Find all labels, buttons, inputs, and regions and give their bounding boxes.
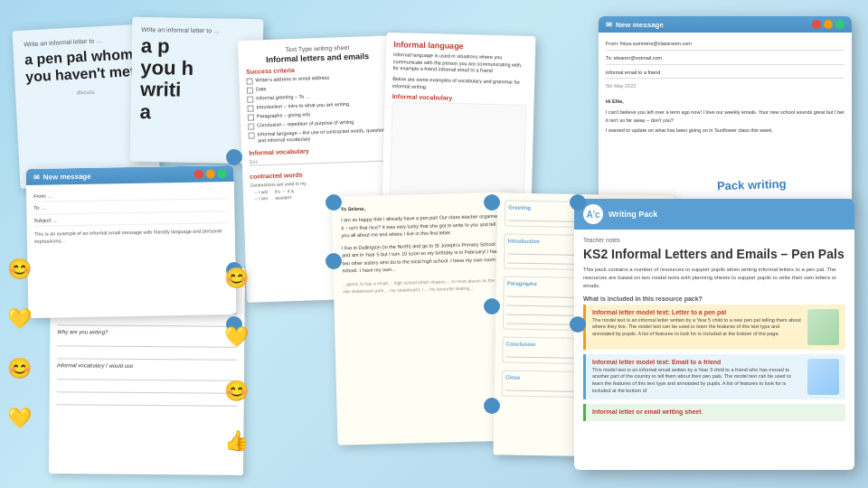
checkbox-6[interactable] [248,124,254,130]
informal-body: Informal language is used in situations … [392,52,528,76]
highlight-1-image [807,309,839,345]
connector-dot-9 [570,194,586,211]
email-greeting: Hi Ellie, [606,98,844,105]
pack-header: A'c Writing Pack [574,199,854,230]
prompt-big-text: a pen pal whom you haven't met. [24,45,145,86]
email-para2: I wanted to update on what has been goin… [606,127,844,134]
connector-dot-4 [326,194,342,211]
vocab-col-head: Que [250,155,393,167]
highlight-2-text: This model text is an informal email wri… [592,367,803,395]
letter-body-2: I live in Dallington (in the North) and … [342,240,505,275]
email-subject: informal email to a friend [606,67,844,80]
minimize-btn[interactable] [824,20,833,29]
informal-sub: Below are some examples of vocabulary an… [392,76,527,93]
pack-section-head: What is included in this resource pack? [583,296,845,302]
email-content: From: freya.summers@classroom.com To: el… [599,33,852,139]
email-from: From: freya.summers@classroom.com [606,38,844,51]
email-center-card: ✉ New message From: … To: … Subject: … T… [26,165,237,318]
connector-dot-1 [226,149,242,165]
email-center-title: ✉ New message [33,172,91,181]
minimize-center-btn[interactable] [206,169,215,178]
connector-dot-6 [484,194,500,211]
criteria-text-6: Conclusion – repetition of purpose of wr… [257,119,354,129]
checkbox-4[interactable] [248,106,254,112]
plan-line-4 [57,350,237,361]
plan-line-3 [57,337,237,348]
letter-body-1: I am so happy that I already have a pen … [341,212,505,239]
plan-q3: Informal vocabulary I would use [57,362,237,370]
pack-description: This pack contains a number of resources… [583,266,845,290]
writing-pack-card: A'c Writing Pack Teacher notes KS2 Infor… [574,199,854,470]
letter-more: ...gland, Is has a small ... high school… [343,277,505,296]
connector-dot-5 [326,253,342,269]
teacher-note: Teacher notes [583,237,845,243]
email-top-card: ✉ New message From: freya.summers@classr… [599,16,852,206]
email-date: 5th May 2022 [606,80,844,94]
criteria-text-3: Informal greeting – To … [256,93,310,101]
prompt-mid-small: Write an informal letter to ... [141,26,254,34]
highlight-2-text-area: Informal letter model text: Email to a f… [592,359,803,395]
highlight-1-inner: Informal letter model text: Letter to a … [592,309,839,345]
maximize-btn[interactable] [835,20,844,29]
vocab-section: Informal vocabulary Que [249,145,393,169]
pack-logo: A'c [583,204,603,224]
email-window-controls[interactable] [812,20,844,29]
email-center-label: New message [43,172,91,181]
email-to: To: eleanor@votmail.com [606,52,844,65]
highlight-2-title: Informal letter model text: Email to a f… [592,359,803,365]
vocab-table: Que [250,155,393,169]
checkbox-3[interactable] [247,97,253,103]
connector-dot-3 [226,316,242,333]
maximize-center-btn[interactable] [218,169,227,178]
emoji-smiley-2: 😊 [7,357,32,380]
highlight-box-2: Informal letter model text: Email to a f… [583,354,845,399]
checkbox-7[interactable] [249,133,255,139]
center-email-content: This is an example of an informal email … [34,227,229,303]
plan-line-7 [57,396,237,407]
highlight-3-title: Informal letter or email writing sheet [592,408,839,415]
criteria-text-4: Introduction – Intro to what you are wri… [256,101,349,111]
center-email-subject: Subject: … [33,211,227,227]
checkbox-5[interactable] [248,115,254,121]
highlight-1-text: The model text is an informal letter wri… [592,317,803,338]
connector-dot-2 [226,262,242,278]
criteria-text-2: Date [256,86,267,93]
connector-dot-10 [570,316,586,333]
plan-line-2 [57,316,237,327]
pack-writing-label: Pack writing [717,177,787,193]
highlight-1-text-area: Informal letter model text: Letter to a … [592,309,803,345]
close-btn[interactable] [812,20,821,29]
email-center-controls[interactable] [194,169,227,179]
letter-greeting: To Selena, [341,202,504,213]
checkbox-2[interactable] [247,88,253,94]
email-icon: ✉ [606,21,612,29]
pack-body: Teacher notes KS2 Informal Letters and E… [574,230,854,433]
highlight-2-inner: Informal letter model text: Email to a f… [592,359,839,395]
connector-dot-7 [484,298,500,314]
highlight-2-image [807,359,839,395]
vocab-col1: Que [250,155,393,169]
prompt-mid-big: a pyou hwritia [139,35,254,125]
criteria-item: Informal language – the use of contracte… [249,127,392,145]
email-para1: I can't believe you left over a term ago… [606,108,844,124]
connector-dot-8 [484,398,500,414]
brand-label: discuss [26,87,145,99]
email-center-icon: ✉ [33,173,40,181]
highlight-box-1: Informal letter model text: Letter to a … [583,305,845,350]
checkbox-1[interactable] [246,79,252,85]
highlight-box-3: Informal letter or email writing sheet [583,404,845,421]
emoji-heart-2: 💛 [7,407,32,430]
pack-main-title: KS2 Informal Letters and Emails – Pen Pa… [583,247,845,262]
email-titlebar: ✉ New message [599,16,852,33]
criteria-text-5: Paragraphs – giving info [257,111,311,119]
criteria-text-1: Writer's address or email address [255,75,329,84]
email-title: ✉ New message [606,21,664,29]
pack-header-title: Writing Pack [609,210,657,219]
plan-line-5 [57,371,237,381]
plan-line-6 [57,383,237,394]
email-body: Hi Ellie, I can't believe you left over … [606,98,844,134]
highlight-1-title: Informal letter model text: Letter to a … [592,309,803,315]
close-center-btn[interactable] [194,170,203,179]
informal-title: Informal language [393,40,528,52]
plan-q2: Why are you writing? [57,329,237,336]
